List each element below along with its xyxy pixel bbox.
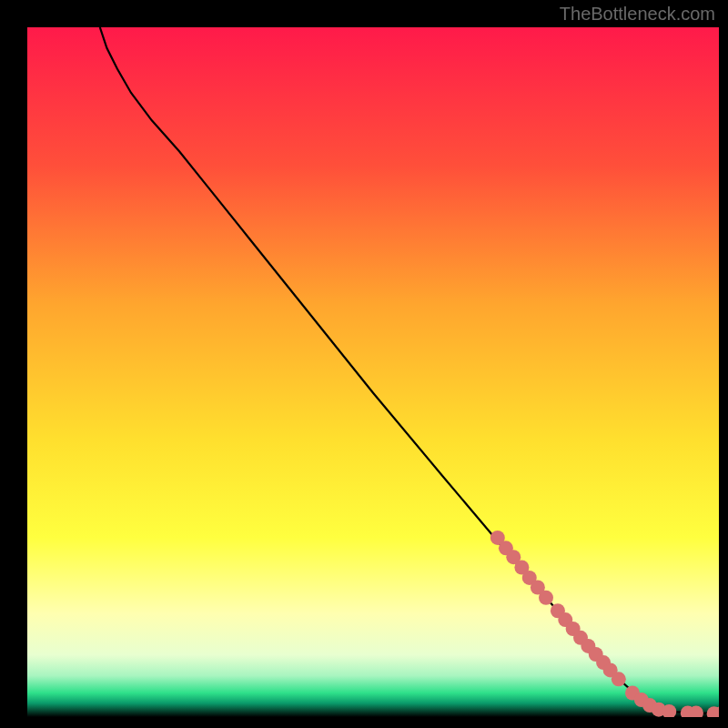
data-point [539, 591, 553, 605]
watermark-text: TheBottleneck.com [560, 4, 715, 25]
chart-background [27, 27, 719, 717]
data-point [612, 672, 626, 686]
chart-svg [27, 27, 719, 717]
chart-plot-area [27, 27, 719, 717]
